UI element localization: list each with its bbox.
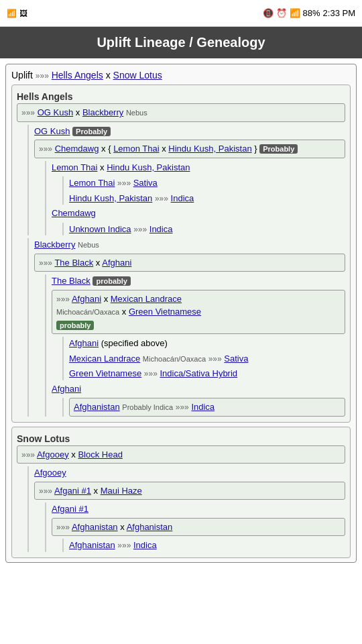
michoacan-note: Michoacán/Oaxaca <box>56 308 119 316</box>
afghanistan-subtree: Afghanistan »»» Indica <box>62 539 345 552</box>
afghani-link[interactable]: Afghani <box>102 258 131 268</box>
the-black-name[interactable]: The Black <box>52 276 90 286</box>
og-kush-badge: Probably <box>72 127 111 136</box>
hindu-kush-link2[interactable]: Hindu Kush, Pakistan <box>107 162 190 172</box>
afgooey-subtree: Afgooey »»» Afgani #1 x Maui Haze Afgani… <box>27 466 345 552</box>
afghani-name2[interactable]: Afghani <box>69 338 99 348</box>
sativa-link[interactable]: Sativa <box>133 178 158 188</box>
bt-icon: 📵 <box>263 8 274 18</box>
afghani-main-header: Afghani <box>52 382 345 396</box>
the-black-children: Afghani (specified above) Mexican Landra… <box>62 337 345 380</box>
green-viet-row: Green Vietnamese »»» Indica/Sativa Hybri… <box>69 367 345 380</box>
afghani-note: (specified above) <box>101 338 168 348</box>
snow-lotus-row1: »»» Afgooey x Block Head <box>17 445 345 464</box>
maui-haze-link[interactable]: Maui Haze <box>101 486 142 496</box>
snow-lotus-name: Snow Lotus <box>17 433 345 444</box>
ha-row1-note: Nebus <box>126 109 147 117</box>
page-title: Uplift Lineage / Genealogy <box>0 27 362 58</box>
mexican-row: Mexican Landrace Michoacán/Oaxaca »»» Sa… <box>69 352 345 366</box>
ui-arrows: »»» <box>133 225 147 234</box>
the-black-badge: probably <box>93 276 130 286</box>
mexican-name[interactable]: Mexican Landrace <box>69 354 140 364</box>
og-kush-name[interactable]: OG Kush <box>34 126 70 136</box>
afg2-arrows: »»» <box>117 541 131 550</box>
hindu-kush-row: Hindu Kush, Pakistan »»» Indica <box>69 192 345 205</box>
hindu-kush-name[interactable]: Hindu Kush, Pakistan <box>69 193 152 203</box>
block-head-link[interactable]: Block Head <box>78 449 122 460</box>
afgooey-name[interactable]: Afgooey <box>34 468 66 478</box>
afgooey-row1: »»» Afgani #1 x Maui Haze <box>34 482 345 500</box>
tb-arrows: »»» <box>56 294 70 304</box>
ok-row1-arrows: »»» <box>39 144 52 154</box>
status-right: 📵 ⏰ 📶 88% 2:33 PM <box>263 8 355 18</box>
green-viet-link[interactable]: Green Vietnamese <box>129 307 201 317</box>
ag-row1-arrows: »»» <box>39 486 52 496</box>
snow-lotus-block: Snow Lotus »»» Afgooey x Block Head Afgo… <box>11 427 351 558</box>
bb-row1-arrows: »»» <box>39 258 52 268</box>
indica-link1[interactable]: Indica <box>171 193 194 203</box>
indica-link2[interactable]: Indica <box>149 224 173 234</box>
hells-angels-name: Hells Angels <box>17 91 345 102</box>
blackberry-name[interactable]: Blackberry <box>34 239 75 250</box>
lemon-thai-row: Lemon Thai »»» Sativa <box>69 176 345 190</box>
afghanistan-link2[interactable]: Afghanistan <box>127 522 173 532</box>
status-bar: 📶 🖼 📵 ⏰ 📶 88% 2:33 PM <box>0 0 362 27</box>
green-viet-name[interactable]: Green Vietnamese <box>69 368 141 378</box>
mex-arrows: »»» <box>208 354 222 364</box>
afgani1-row1: »»» Afghanistan x Afghanistan <box>52 518 345 537</box>
blackberry-note: Nebus <box>78 241 99 249</box>
afghanistan-link1[interactable]: Afghanistan <box>72 522 118 532</box>
og-kush-row1: »»» Chemdawg x { Lemon Thai x Hindu Kush… <box>34 140 345 158</box>
afghani-main-name[interactable]: Afghani <box>52 384 81 394</box>
blackberry-link[interactable]: Blackberry <box>82 107 123 117</box>
afg-arrows: »»» <box>176 402 189 412</box>
afghanistan-row: Afghanistan Probably Indica »»» Indica <box>69 398 345 417</box>
main-content: Uplift »»» Hells Angels x Snow Lotus Hel… <box>0 58 362 568</box>
afgani1-name[interactable]: Afgani #1 <box>52 504 88 514</box>
afgooey-link[interactable]: Afgooey <box>37 449 69 460</box>
sativa-link2[interactable]: Sativa <box>224 354 248 364</box>
indica-link4[interactable]: Indica <box>133 540 157 550</box>
the-black-subtree: The Black probably »»» Afghani x Mexican… <box>45 274 345 417</box>
chemdawg-name-link[interactable]: Chemdawg <box>52 208 96 218</box>
hindu-kush-link1[interactable]: Hindu Kush, Pakistan <box>168 144 251 154</box>
mexican-link[interactable]: Mexican Landrace <box>111 294 182 304</box>
og-kush-link[interactable]: OG Kush <box>38 107 73 117</box>
chemdawg-name: Chemdawg <box>52 207 345 220</box>
a1-row1-arrows: »»» <box>56 523 70 532</box>
unknown-indica-link[interactable]: Unknown Indica <box>69 224 131 234</box>
indica-link3[interactable]: Indica <box>191 402 215 412</box>
ha-row1-arrows: »»» <box>21 108 35 117</box>
root-parent1-link[interactable]: Hells Angels <box>52 70 103 80</box>
og-kush-header: OG Kush Probably <box>34 125 345 138</box>
battery-percent: 88% <box>303 8 320 18</box>
lt-arrows: »»» <box>117 178 131 188</box>
blackberry-row1: »»» The Black x Afghani <box>34 254 345 272</box>
blackberry-subtree: Blackberry Nebus »»» The Black x Afghani… <box>27 238 345 417</box>
wifi-signal-icon: 📶 <box>290 8 300 18</box>
afghanistan-name[interactable]: Afghanistan <box>74 402 120 412</box>
unknown-indica-row: Unknown Indica »»» Indica <box>69 223 345 236</box>
the-black-link[interactable]: The Black <box>54 258 93 268</box>
hells-angels-row1: »»» OG Kush x Blackberry Nebus <box>17 103 345 122</box>
afghanistan-indica-row: Afghanistan »»» Indica <box>69 539 345 552</box>
status-left: 📶 🖼 <box>7 9 27 18</box>
afghani-link2[interactable]: Afghani <box>72 294 101 304</box>
alarm-icon: ⏰ <box>276 8 287 18</box>
og-kush-subtree: OG Kush Probably »»» Chemdawg x { Lemon … <box>27 125 345 236</box>
root-parent2-link[interactable]: Snow Lotus <box>113 70 162 80</box>
ha-row1-x: x <box>76 107 82 117</box>
afghanistan-name2[interactable]: Afghanistan <box>69 540 115 550</box>
indica-sativa-link[interactable]: Indica/Sativa Hybrid <box>160 368 237 378</box>
the-black-row1: »»» Afghani x Mexican Landrace Michoacán… <box>52 290 345 335</box>
hk-arrows: »»» <box>155 194 168 203</box>
chemdawg-link[interactable]: Chemdawg <box>55 144 99 154</box>
afgani1-link[interactable]: Afgani #1 <box>54 486 91 496</box>
lemon-thai-link2[interactable]: Lemon Thai <box>52 162 97 172</box>
lemon-thai-link1[interactable]: Lemon Thai <box>113 144 159 154</box>
clock-time: 2:33 PM <box>323 8 355 18</box>
lemon-thai-name[interactable]: Lemon Thai <box>69 178 115 188</box>
afghani-main-subtree: Afghanistan Probably Indica »»» Indica <box>62 398 345 417</box>
afghani-specified-row: Afghani (specified above) <box>69 337 345 350</box>
probably-indica-note: Probably Indica <box>122 403 173 411</box>
